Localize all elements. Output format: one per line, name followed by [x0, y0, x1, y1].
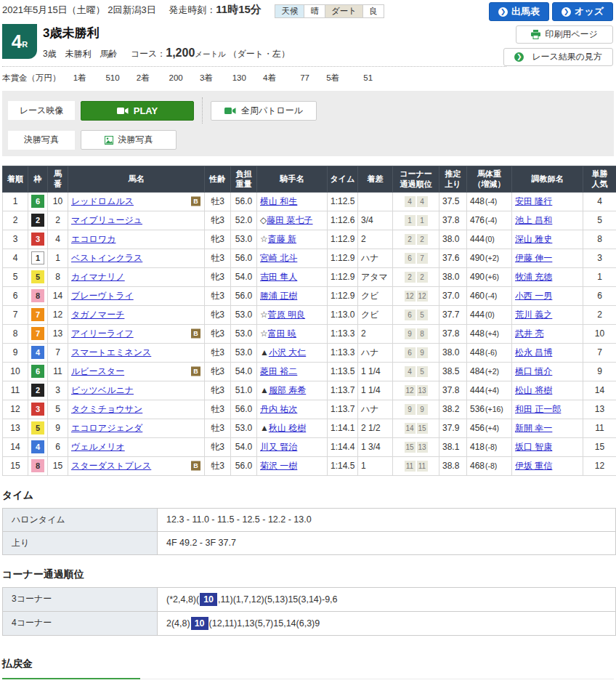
corner-position: 14	[405, 423, 416, 434]
popularity-cell: 9	[583, 362, 616, 381]
patrol-video-button[interactable]: 全周パトロール	[211, 101, 317, 121]
corner-position: 13	[417, 442, 428, 453]
weight-cell: 56.0	[231, 248, 257, 267]
trainer-link[interactable]: 松山 将樹	[515, 385, 552, 395]
horse-name-link[interactable]: スターダストプレス	[71, 461, 151, 471]
jockey-link[interactable]: 斎藤 新	[268, 234, 296, 244]
play-button[interactable]: PLAY	[81, 101, 194, 121]
popularity-cell: 2	[583, 305, 616, 324]
jockey-link[interactable]: 小沢 大仁	[269, 347, 306, 357]
trainer-link[interactable]: 松永 昌博	[515, 347, 552, 357]
jockey-link[interactable]: 吉田 隼人	[260, 272, 297, 282]
time-cell: 1:14.5	[328, 456, 358, 475]
place-cell: 14	[3, 437, 28, 456]
corner-position: 4	[405, 196, 416, 207]
jockey-cell: ☆斎藤 新	[257, 230, 328, 248]
horse-name-link[interactable]: ブレーヴトライ	[71, 291, 134, 301]
jockey-link[interactable]: 藤田 菜七子	[267, 215, 312, 225]
horse-name-link[interactable]: エコロアジェンダ	[71, 423, 142, 433]
horse-name-link[interactable]: タガノマーチ	[71, 310, 124, 320]
horse-name-cell: カイマナリノ	[68, 267, 205, 286]
trainer-link[interactable]: 武井 亮	[515, 328, 543, 339]
prize-item: 5着51	[326, 73, 387, 82]
horse-name-link[interactable]: ピッツベルニナ	[71, 385, 134, 395]
jockey-link[interactable]: 川又 賢治	[260, 442, 297, 452]
jockey-link[interactable]: 丹内 祐次	[260, 404, 297, 414]
jockey-link[interactable]: 菅原 明良	[268, 310, 305, 320]
horse-name-cell: エコロワカ	[68, 230, 205, 248]
odds-button[interactable]: ❯オッズ	[552, 2, 613, 21]
horse-name-link[interactable]: カイマナリノ	[71, 272, 125, 282]
jockey-link[interactable]: 富田 暁	[268, 328, 296, 339]
frame-badge: 7	[31, 327, 44, 340]
time-cell: 1:13.3	[328, 343, 358, 362]
popularity-cell: 12	[583, 456, 616, 475]
jockey-link[interactable]: 横山 和生	[260, 196, 297, 206]
course-unit: メートル	[195, 49, 226, 58]
trainer-link[interactable]: 荒川 義之	[515, 310, 552, 320]
horse-name-link[interactable]: ヴェルメリオ	[71, 442, 125, 452]
media-band: レース映像 PLAY 全周パトロール 決勝写真 決勝写真	[2, 91, 614, 156]
frame-cell: 2	[28, 211, 48, 230]
trainer-link[interactable]: 池上 昌和	[515, 215, 552, 225]
jockey-link[interactable]: 宮崎 北斗	[260, 253, 297, 263]
jockey-link[interactable]: 勝浦 正樹	[260, 291, 297, 301]
corner-order-cell: 1111	[393, 456, 439, 475]
time-table: ハロンタイム12.3 - 11.0 - 11.5 - 12.5 - 12.2 -…	[2, 508, 616, 555]
corner-order-cell: 1415	[393, 419, 439, 437]
horse-number-cell: 8	[48, 267, 68, 286]
horse-name-link[interactable]: エコロワカ	[71, 234, 115, 244]
photo-icon	[105, 136, 113, 145]
trainer-link[interactable]: 坂口 智康	[515, 442, 552, 452]
horse-name-link[interactable]: タクミチョウサン	[71, 404, 142, 414]
horse-name-link[interactable]: レッドロムルス	[71, 196, 134, 206]
trainer-link[interactable]: 深山 雅史	[515, 234, 552, 244]
horse-name-link[interactable]: アイリーライフ	[71, 328, 134, 339]
last3f-cell: 38.0	[439, 267, 467, 286]
corner4-value: 2(4,8)10(12,11)1,13(5,7)15,14(6,3)9	[158, 611, 616, 635]
trainer-link[interactable]: 小西 一男	[515, 291, 552, 301]
arrow-circle-icon: ❯	[562, 7, 571, 17]
body-weight-diff: (0)	[485, 235, 495, 243]
horse-number-cell: 3	[48, 381, 68, 400]
popularity-cell: 4	[583, 192, 616, 211]
jockey-link[interactable]: 菊沢 一樹	[260, 461, 297, 471]
column-header: 調教師名	[512, 166, 583, 193]
body-weight-diff: (-6)	[485, 348, 497, 357]
horse-name-cell: ピッツベルニナ	[68, 381, 205, 400]
payout-section-header: 払戻金	[2, 658, 614, 679]
result-guide-button[interactable]: ❯ レース結果の見方	[503, 48, 613, 66]
horse-name-link[interactable]: ベストインクラス	[71, 253, 142, 263]
table-row: 1446ヴェルメリオ牝354.0川又 賢治1:14.41 3/4151338.1…	[3, 437, 616, 456]
furlong-time-value: 12.3 - 11.0 - 11.5 - 12.5 - 12.2 - 13.0	[158, 508, 616, 531]
corner-position: 9	[417, 404, 428, 415]
finish-photo-button[interactable]: 決勝写真	[81, 130, 177, 150]
jockey-cell: ☆菅原 明良	[257, 305, 328, 324]
frame-cell: 7	[28, 324, 48, 343]
jockey-link[interactable]: 菱田 裕二	[260, 366, 297, 376]
print-page-button[interactable]: 印刷用ページ	[516, 25, 613, 44]
jockey-link[interactable]: 服部 寿希	[269, 385, 306, 395]
trainer-cell: 新開 幸一	[512, 419, 583, 437]
last3f-cell: 37.5	[439, 192, 467, 211]
trainer-link[interactable]: 伊藤 伸一	[515, 253, 552, 263]
weather-value: 晴	[304, 4, 325, 18]
trainer-link[interactable]: 牧浦 充徳	[515, 272, 552, 282]
corner-position: 9	[417, 347, 428, 358]
jockey-link[interactable]: 秋山 稔樹	[269, 423, 306, 433]
trainer-link[interactable]: 伊坂 重信	[515, 461, 552, 471]
corner-position: 8	[417, 328, 428, 339]
trainer-link[interactable]: 新開 幸一	[515, 423, 552, 433]
body-weight-diff: (0)	[485, 310, 495, 319]
body-weight-diff: (+2)	[485, 367, 499, 376]
entry-table-button[interactable]: ❯出馬表	[489, 2, 549, 21]
play-label: PLAY	[134, 105, 158, 116]
course-label: コース：	[131, 49, 166, 59]
horse-name-link[interactable]: スマートエミネンス	[71, 347, 151, 357]
horse-name-link[interactable]: ルビースター	[71, 366, 124, 376]
trainer-link[interactable]: 和田 正一郎	[515, 404, 561, 414]
trainer-link[interactable]: 橋口 慎介	[515, 366, 552, 376]
trainer-link[interactable]: 安田 隆行	[515, 196, 552, 206]
results-header-row: 着順枠馬 番馬名性齢負担 重量騎手名タイム着差コーナー 通過順位推定 上り馬体重…	[3, 166, 616, 193]
horse-name-link[interactable]: マイブリュージュ	[71, 215, 142, 225]
